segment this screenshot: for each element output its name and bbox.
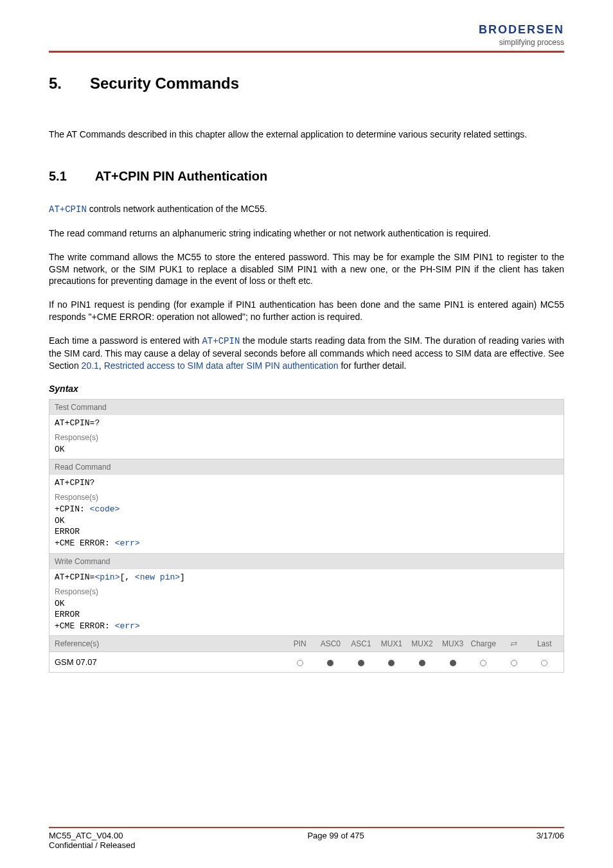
page-header: BRODERSEN simplifying process — [49, 23, 564, 47]
state-last — [529, 657, 560, 667]
section-heading: 5.1 AT+CPIN PIN Authentication — [49, 169, 564, 184]
col-last: Last — [529, 639, 560, 648]
test-command-header: Test Command — [49, 400, 564, 415]
paragraph-1: AT+CPIN controls network authentication … — [49, 203, 564, 216]
state-charge — [468, 657, 499, 667]
section-ref-title-link[interactable]: Restricted access to SIM data after SIM … — [104, 360, 339, 371]
col-asc0: ASC0 — [315, 639, 346, 648]
section-ref-link[interactable]: 20.1 — [82, 360, 99, 371]
test-command: AT+CPIN=? — [49, 415, 564, 431]
pin-param-link[interactable]: <pin> — [94, 572, 120, 582]
write-response: OK ERROR +CME ERROR: <err> — [49, 596, 564, 636]
reference-table-body: GSM 07.07 — [49, 652, 564, 673]
read-command-header: Read Command — [49, 459, 564, 475]
col-arrows-icon: ⮂ — [499, 639, 529, 648]
footer-date: 3/17/06 — [537, 831, 564, 850]
state-asc0 — [315, 657, 346, 667]
state-mux2 — [407, 657, 438, 667]
section-number: 5.1 — [49, 169, 67, 184]
test-response-label: Response(s) — [49, 431, 564, 442]
footer-pageno: Page 99 of 475 — [307, 831, 364, 850]
state-asc1 — [346, 657, 377, 667]
err-param-link-2[interactable]: <err> — [115, 621, 140, 631]
paragraph-5: Each time a password is entered with AT+… — [49, 335, 564, 372]
brand-logo: BRODERSEN simplifying process — [479, 23, 564, 47]
read-response-label: Response(s) — [49, 491, 564, 502]
brand-tagline: simplifying process — [479, 38, 564, 47]
at-cpin-link[interactable]: AT+CPIN — [49, 204, 87, 215]
chapter-title: Security Commands — [90, 75, 239, 93]
syntax-heading: Syntax — [49, 384, 564, 394]
state-mux1 — [377, 657, 407, 667]
at-cpin-link-2[interactable]: AT+CPIN — [202, 336, 240, 346]
paragraph-2: The read command returns an alphanumeric… — [49, 227, 564, 240]
syntax-box: Test Command AT+CPIN=? Response(s) OK Re… — [49, 399, 564, 636]
state-mux3 — [438, 657, 468, 667]
write-response-label: Response(s) — [49, 585, 564, 596]
state-arrows — [499, 657, 529, 667]
footer-divider — [49, 827, 564, 828]
chapter-intro: The AT Commands described in this chapte… — [49, 128, 564, 141]
col-charge: Charge — [468, 639, 499, 648]
col-asc1: ASC1 — [346, 639, 377, 648]
footer-docid: MC55_ATC_V04.00 — [49, 831, 135, 840]
reference-value: GSM 07.07 — [49, 652, 281, 672]
write-command: AT+CPIN=<pin>[, <new pin>] — [49, 569, 564, 585]
paragraph-3: The write command allows the MC55 to sto… — [49, 251, 564, 288]
reference-header-label: Reference(s) — [49, 636, 281, 651]
newpin-param-link[interactable]: <new pin> — [135, 572, 180, 582]
reference-table: Reference(s) PIN ASC0 ASC1 MUX1 MUX2 MUX… — [49, 636, 564, 652]
page-footer: MC55_ATC_V04.00 Confidential / Released … — [0, 827, 613, 868]
state-pin — [285, 657, 315, 667]
chapter-number: 5. — [49, 75, 62, 93]
err-param-link[interactable]: <err> — [115, 538, 140, 548]
footer-confidential: Confidential / Released — [49, 840, 135, 850]
section-title: AT+CPIN PIN Authentication — [95, 169, 267, 184]
header-divider — [49, 51, 564, 53]
code-param-link[interactable]: <code> — [90, 504, 120, 514]
chapter-heading: 5. Security Commands — [49, 75, 564, 93]
reference-states — [281, 652, 564, 672]
read-response: +CPIN: <code> OK ERROR +CME ERROR: <err> — [49, 502, 564, 553]
col-mux3: MUX3 — [438, 639, 468, 648]
reference-columns-header: PIN ASC0 ASC1 MUX1 MUX2 MUX3 Charge ⮂ La… — [281, 636, 564, 651]
write-command-header: Write Command — [49, 554, 564, 569]
read-command: AT+CPIN? — [49, 475, 564, 491]
brand-name: BRODERSEN — [479, 23, 564, 37]
test-response: OK — [49, 442, 564, 459]
footer-left: MC55_ATC_V04.00 Confidential / Released — [49, 831, 135, 850]
col-mux2: MUX2 — [407, 639, 438, 648]
paragraph-4: If no PIN1 request is pending (for examp… — [49, 299, 564, 323]
col-pin: PIN — [285, 639, 315, 648]
col-mux1: MUX1 — [377, 639, 407, 648]
